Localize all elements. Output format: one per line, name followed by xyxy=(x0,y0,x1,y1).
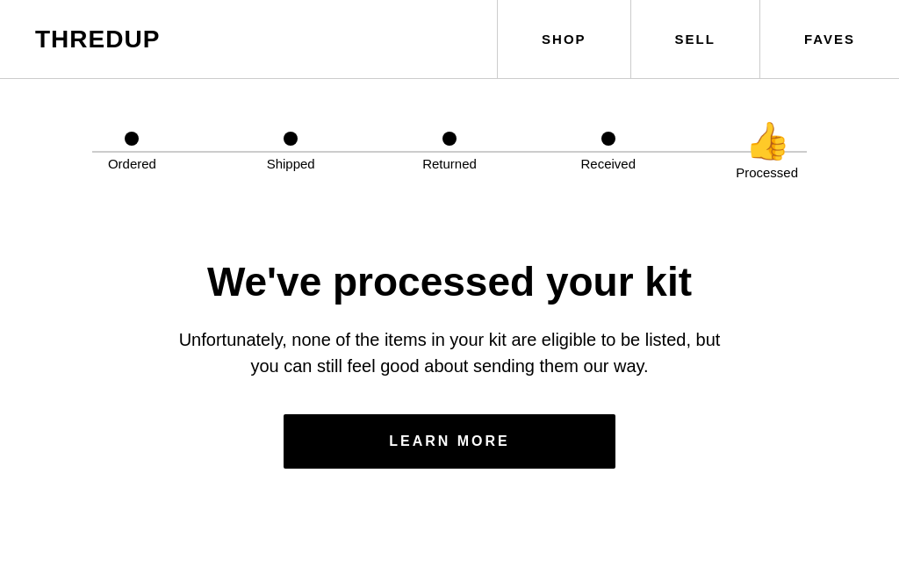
step-received: Received xyxy=(529,132,687,171)
step-dot-returned xyxy=(442,132,457,146)
main-content: We've processed your kit Unfortunately, … xyxy=(0,224,899,513)
nav-item-faves[interactable]: FAVES xyxy=(759,0,899,78)
step-returned: Returned xyxy=(370,132,529,171)
thumbs-up-icon: 👍 xyxy=(744,123,790,160)
page-title: We've processed your kit xyxy=(53,259,846,305)
learn-more-button[interactable]: LEARN MORE xyxy=(284,414,615,469)
progress-track: Ordered Shipped Returned Received 👍 Proc… xyxy=(53,123,846,180)
logo-area: THREDUP xyxy=(0,0,497,78)
header: THREDUP SHOP SELL FAVES xyxy=(0,0,899,79)
step-label-returned: Returned xyxy=(422,156,477,171)
step-dot-shipped xyxy=(284,132,298,146)
step-label-shipped: Shipped xyxy=(267,156,315,171)
step-label-received: Received xyxy=(581,156,636,171)
step-dot-received xyxy=(601,132,615,146)
step-label-processed: Processed xyxy=(736,165,798,180)
step-processed: 👍 Processed xyxy=(687,123,846,180)
nav-bar: SHOP SELL FAVES xyxy=(497,0,899,78)
page-subtitle: Unfortunately, none of the items in your… xyxy=(177,326,722,379)
step-ordered: Ordered xyxy=(53,132,212,171)
step-dot-ordered xyxy=(125,132,139,146)
logo[interactable]: THREDUP xyxy=(35,25,160,54)
step-shipped: Shipped xyxy=(212,132,370,171)
step-label-ordered: Ordered xyxy=(108,156,156,171)
progress-section: Ordered Shipped Returned Received 👍 Proc… xyxy=(0,79,899,224)
nav-item-sell[interactable]: SELL xyxy=(630,0,759,78)
nav-item-shop[interactable]: SHOP xyxy=(497,0,630,78)
